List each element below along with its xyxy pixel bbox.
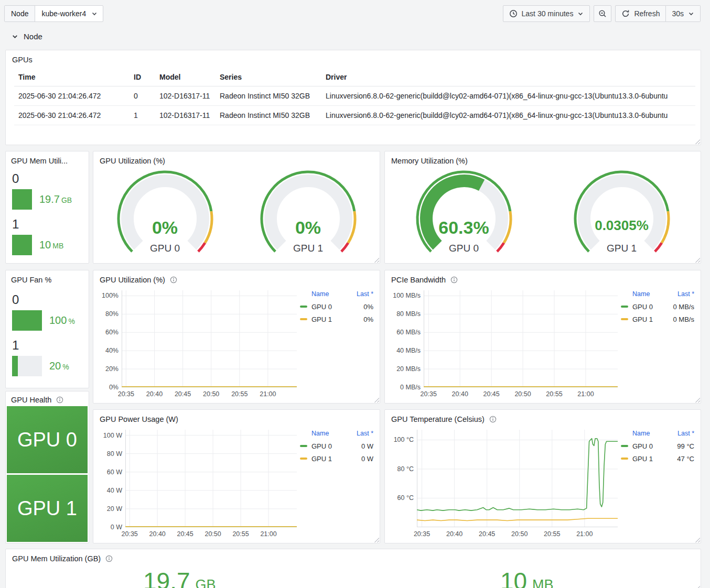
gauge-gpu-1[interactable]: 0% GPU 1 <box>256 167 361 260</box>
legend-name-header[interactable]: Name <box>311 290 329 298</box>
panel-title[interactable]: GPU Temperature (Celsius) <box>391 415 485 423</box>
x-axis-label: 20:50 <box>510 390 536 398</box>
bar-gauge-track <box>12 310 42 331</box>
legend-last-header[interactable]: Last * <box>357 290 373 298</box>
col-header-time[interactable]: Time <box>14 68 130 86</box>
legend-series-name[interactable]: GPU 1 <box>632 455 677 463</box>
col-header-driver[interactable]: Driver <box>321 68 695 86</box>
legend-series-name[interactable]: GPU 1 <box>311 315 363 323</box>
bar-gauge-label: 0 <box>12 171 83 186</box>
legend-series-name[interactable]: GPU 1 <box>632 315 673 323</box>
refresh-interval-dropdown[interactable]: 30s <box>666 5 701 22</box>
legend-name-header[interactable]: Name <box>632 290 650 298</box>
legend-row: GPU 10% <box>300 313 373 325</box>
chart-canvas[interactable] <box>125 430 297 527</box>
health-box-gpu-1[interactable]: GPU 1 <box>7 475 88 542</box>
section-row-node[interactable]: Node <box>12 32 42 41</box>
legend-series-name[interactable]: GPU 0 <box>632 303 673 311</box>
panel-title[interactable]: GPU Fan % <box>11 276 51 284</box>
gauge-gpu-0[interactable]: 60.3% GPU 0 <box>412 167 517 260</box>
table-row[interactable]: 2025-06-30 21:04:26.472 1 102-D16317-11 … <box>14 106 695 125</box>
node-variable-label: Node <box>5 6 35 21</box>
zoom-out-button[interactable] <box>594 5 611 22</box>
legend-series-name[interactable]: GPU 0 <box>311 303 363 311</box>
y-axis-label: 60 W <box>98 468 122 476</box>
gauge-label: GPU 0 <box>113 243 218 254</box>
gauge-value: 0% <box>256 217 361 238</box>
chart-plot-area[interactable] <box>122 290 297 387</box>
panel-title[interactable]: PCIe Bandwidth <box>391 276 446 284</box>
chart-canvas[interactable] <box>424 290 618 387</box>
panel-title[interactable]: GPUs <box>12 56 33 64</box>
panel-title[interactable]: GPU Mem Utilization (GB) <box>12 554 101 563</box>
chart-plot-area[interactable] <box>125 430 297 527</box>
gpus-table: Time ID Model Series Driver 2025-06-30 2… <box>14 68 695 125</box>
panel-title[interactable]: GPU Mem Utili... <box>11 157 68 165</box>
info-icon[interactable] <box>56 396 63 404</box>
legend-series-value: 0% <box>363 303 373 311</box>
info-icon[interactable] <box>450 276 458 284</box>
chart-canvas[interactable] <box>122 290 297 387</box>
legend-last-header[interactable]: Last * <box>677 430 694 437</box>
series-line <box>417 439 618 510</box>
gauge-gpu-0[interactable]: 0% GPU 0 <box>113 167 218 260</box>
panel-title[interactable]: GPU Utilization (%) <box>100 157 165 165</box>
panel-title[interactable]: Memory Utilization (%) <box>391 157 468 165</box>
bar-gauge-row: 0 100% <box>12 292 83 331</box>
bar-gauge-value: 19.7GB <box>39 193 72 205</box>
legend-header: NameLast * <box>621 430 694 437</box>
x-axis-label: 20:35 <box>415 390 442 398</box>
panel-memory-utilization-gauges: Memory Utilization (%) 60.3% GPU 0 0.030… <box>384 151 701 264</box>
y-axis-label: 80 MB/s <box>389 310 421 318</box>
y-axis-label: 60% <box>98 328 119 336</box>
legend-last-header[interactable]: Last * <box>357 430 373 437</box>
y-axis-label: 80 °C <box>389 465 414 473</box>
panel-gpu-temperature-chart: GPU Temperature (Celsius) NameLast *GPU … <box>384 409 701 543</box>
bar-gauge-row: 0 19.7GB <box>12 171 83 210</box>
panel-resize-handle[interactable] <box>695 139 700 144</box>
stat-gpu-1-mem: 10MB <box>353 563 701 588</box>
legend-series-value: 0 W <box>361 455 373 463</box>
legend-series-name[interactable]: GPU 0 <box>632 442 677 450</box>
gauge-gpu-1[interactable]: 0.0305% GPU 1 <box>569 167 674 260</box>
node-variable-value[interactable]: kube-worker4 <box>35 6 103 21</box>
chart-plot-area[interactable] <box>424 290 618 387</box>
health-box-gpu-0[interactable]: GPU 0 <box>7 406 88 473</box>
chart-plot-area[interactable] <box>417 430 618 527</box>
legend-series-name[interactable]: GPU 0 <box>311 442 361 450</box>
info-icon[interactable] <box>489 416 497 423</box>
legend-series-value: 0 W <box>361 442 373 450</box>
info-icon[interactable] <box>105 555 113 562</box>
col-header-model[interactable]: Model <box>155 68 216 86</box>
cell-id: 0 <box>130 86 155 106</box>
legend-series-name[interactable]: GPU 1 <box>311 455 361 463</box>
node-variable-selector[interactable]: Node kube-worker4 <box>4 5 103 22</box>
panel-title[interactable]: GPU Health <box>11 396 51 404</box>
chart-canvas[interactable] <box>417 430 618 527</box>
gauge-label: GPU 0 <box>412 243 517 254</box>
panel-title[interactable]: GPU Power Usage (W) <box>100 415 178 423</box>
refresh-button[interactable]: Refresh <box>615 5 666 22</box>
refresh-label: Refresh <box>634 9 660 18</box>
legend-name-header[interactable]: Name <box>632 430 650 437</box>
col-header-series[interactable]: Series <box>216 68 321 86</box>
chart-legend: NameLast *GPU 00 WGPU 10 W <box>300 430 373 465</box>
legend-name-header[interactable]: Name <box>311 430 329 437</box>
time-range-picker[interactable]: Last 30 minutes <box>503 5 590 22</box>
y-axis-label: 100% <box>98 291 119 300</box>
gauge-value: 0% <box>113 217 218 238</box>
legend-last-header[interactable]: Last * <box>677 290 694 298</box>
legend-row: GPU 147 °C <box>621 452 694 465</box>
cell-time: 2025-06-30 21:04:26.472 <box>14 106 130 125</box>
col-header-id[interactable]: ID <box>130 68 155 86</box>
stat-gpu-0-mem: 19.7GB <box>6 563 353 588</box>
refresh-button-group: Refresh 30s <box>615 5 701 22</box>
legend-series-value: 0% <box>363 315 373 323</box>
info-icon[interactable] <box>170 276 177 284</box>
y-axis-label: 80 W <box>98 450 122 458</box>
panel-title[interactable]: GPU Utilization (%) <box>100 276 165 284</box>
series-color-dash <box>300 318 307 320</box>
table-row[interactable]: 2025-06-30 21:04:26.472 0 102-D16317-11 … <box>14 86 695 106</box>
series-color-dash <box>300 306 307 308</box>
panel-gpu-power-chart: GPU Power Usage (W) NameLast *GPU 00 WGP… <box>93 409 380 543</box>
